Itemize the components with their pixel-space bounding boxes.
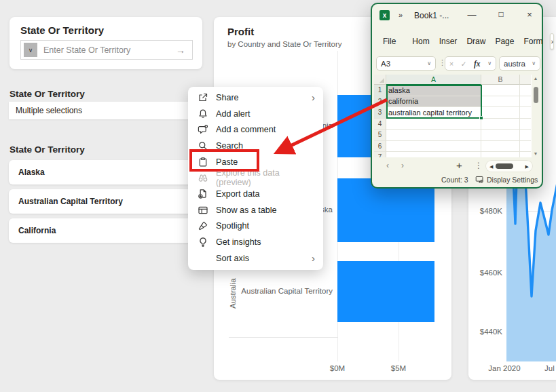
- monitor-icon: [475, 175, 484, 184]
- column-header-b[interactable]: B: [481, 75, 520, 85]
- add-sheet-button[interactable]: +: [456, 159, 462, 171]
- chevron-down-icon[interactable]: ∨: [487, 60, 492, 66]
- table-row[interactable]: 1 alaska: [374, 85, 540, 96]
- cell-b6[interactable]: [481, 141, 520, 153]
- cell-c3[interactable]: [520, 107, 531, 119]
- maximize-button[interactable]: □: [495, 9, 507, 19]
- prev-sheet-button[interactable]: ‹: [386, 161, 389, 170]
- scroll-right-icon[interactable]: ▶: [525, 164, 529, 170]
- row-header[interactable]: 6: [374, 141, 386, 153]
- scrollbar-thumb[interactable]: [534, 87, 538, 103]
- tab-insert[interactable]: Inser: [434, 37, 462, 46]
- table-row[interactable]: 3 australian capital territory: [374, 107, 540, 119]
- cell-a5[interactable]: [386, 130, 481, 141]
- scroll-down-icon[interactable]: ▼: [532, 151, 540, 156]
- cell-c7[interactable]: [520, 152, 531, 157]
- select-all-corner[interactable]: [374, 75, 386, 85]
- column-header-a[interactable]: A: [386, 75, 481, 85]
- minimize-button[interactable]: —: [466, 9, 478, 20]
- list-item[interactable]: Alaska: [9, 160, 202, 184]
- cell-a7[interactable]: [386, 152, 481, 157]
- cell-b1[interactable]: [481, 85, 520, 96]
- list-item[interactable]: California: [9, 218, 202, 243]
- cell-a6[interactable]: [386, 141, 481, 153]
- menu-item-sort-axis[interactable]: Sort axis ›: [188, 250, 323, 267]
- table-row[interactable]: 4: [374, 119, 540, 130]
- cell-a2[interactable]: california: [386, 96, 481, 108]
- cell-c4[interactable]: [520, 119, 531, 130]
- cell-preview-box[interactable]: austra ∨: [499, 56, 540, 71]
- tab-file[interactable]: File: [378, 37, 401, 46]
- menu-item-add-comment[interactable]: Add a comment: [188, 121, 323, 138]
- dropdown-slicer-value[interactable]: Multiple selections: [9, 102, 202, 119]
- scroll-up-icon[interactable]: ▲: [532, 76, 540, 81]
- table-row[interactable]: 2 california: [374, 96, 540, 108]
- name-box[interactable]: A3 ∨: [376, 56, 436, 71]
- list-item[interactable]: Australian Capital Territory: [9, 189, 202, 214]
- chevron-down-icon[interactable]: ∨: [427, 60, 431, 66]
- share-icon: [198, 92, 208, 103]
- menu-item-get-insights[interactable]: Get insights: [188, 234, 323, 250]
- close-button[interactable]: ×: [523, 9, 536, 20]
- cell-b7[interactable]: [481, 152, 520, 157]
- double-chevron-icon[interactable]: »: [399, 11, 403, 19]
- menu-item-show-as-table[interactable]: Show as a table: [188, 202, 323, 218]
- row-header[interactable]: 1: [374, 85, 386, 96]
- menu-item-add-alert[interactable]: Add alert: [188, 106, 323, 122]
- display-settings-button[interactable]: Display Settings: [475, 175, 538, 184]
- fx-icon[interactable]: fx: [474, 60, 481, 68]
- menu-item-label: Add a comment: [216, 125, 276, 134]
- cell-c1[interactable]: [520, 85, 531, 96]
- scroll-left-icon[interactable]: ◀: [489, 164, 493, 170]
- comment-icon: [198, 124, 208, 135]
- chevron-down-icon[interactable]: ∨: [532, 60, 536, 66]
- cancel-icon[interactable]: ×: [449, 60, 453, 68]
- horizontal-scrollbar[interactable]: ◀ ▶: [485, 160, 533, 172]
- next-sheet-button[interactable]: ›: [401, 161, 404, 170]
- row-header[interactable]: 7: [374, 152, 386, 157]
- scrollbar-thumb[interactable]: [496, 163, 513, 169]
- cell-a1[interactable]: alaska: [386, 85, 481, 96]
- category-label: Australian Capital Territory: [224, 287, 333, 295]
- menu-item-export-data[interactable]: Export data: [188, 186, 323, 202]
- table-row[interactable]: 7: [374, 152, 540, 157]
- y-axis-tick: $480K: [472, 207, 502, 215]
- row-header[interactable]: 4: [374, 119, 386, 130]
- tab-draw[interactable]: Draw: [462, 37, 490, 46]
- tab-page-layout[interactable]: Page: [490, 37, 519, 46]
- table-row[interactable]: 6: [374, 141, 540, 153]
- column-header-partial[interactable]: [520, 75, 531, 85]
- more-icon[interactable]: ⋮: [475, 161, 483, 170]
- enter-icon[interactable]: ✓: [461, 60, 467, 68]
- cell-b3[interactable]: [481, 107, 520, 119]
- axis-divider: [229, 337, 338, 338]
- tab-home[interactable]: Hom: [407, 37, 434, 46]
- vertical-scrollbar[interactable]: ▲ ▼: [532, 75, 540, 157]
- cell-b4[interactable]: [481, 119, 520, 130]
- name-box-value: A3: [381, 60, 390, 68]
- cell-a4[interactable]: [386, 119, 481, 130]
- more-tabs-button[interactable]: ›: [550, 33, 554, 50]
- spreadsheet-grid: A B 1 alaska 2 california 3 australian c…: [374, 75, 540, 157]
- bar-australian-capital-territory[interactable]: [337, 261, 434, 322]
- arrow-right-icon[interactable]: →: [176, 45, 185, 56]
- row-header[interactable]: 3: [374, 107, 386, 119]
- row-header[interactable]: 5: [374, 130, 386, 141]
- cell-c5[interactable]: [520, 130, 531, 141]
- chevron-down-icon[interactable]: ∨: [24, 43, 37, 57]
- qna-search-box[interactable]: ∨ Enter State Or Territory →: [20, 40, 193, 60]
- cell-c6[interactable]: [520, 141, 531, 153]
- ribbon-tabs: File Hom Inser Draw Page Form ›: [372, 33, 542, 50]
- row-header[interactable]: 2: [374, 96, 386, 108]
- list-slicer-title: State Or Territory: [10, 144, 85, 155]
- cell-b5[interactable]: [481, 130, 520, 141]
- table-row[interactable]: 5: [374, 130, 540, 141]
- chart-title: Profit: [227, 26, 254, 37]
- table-icon: [198, 205, 208, 216]
- cell-b2[interactable]: [481, 96, 520, 108]
- menu-item-spotlight[interactable]: Spotlight: [188, 218, 323, 235]
- tab-formulas[interactable]: Form: [519, 37, 547, 46]
- cell-c2[interactable]: [520, 96, 531, 108]
- menu-item-share[interactable]: Share ›: [188, 90, 323, 106]
- cell-a3[interactable]: australian capital territory: [386, 107, 481, 119]
